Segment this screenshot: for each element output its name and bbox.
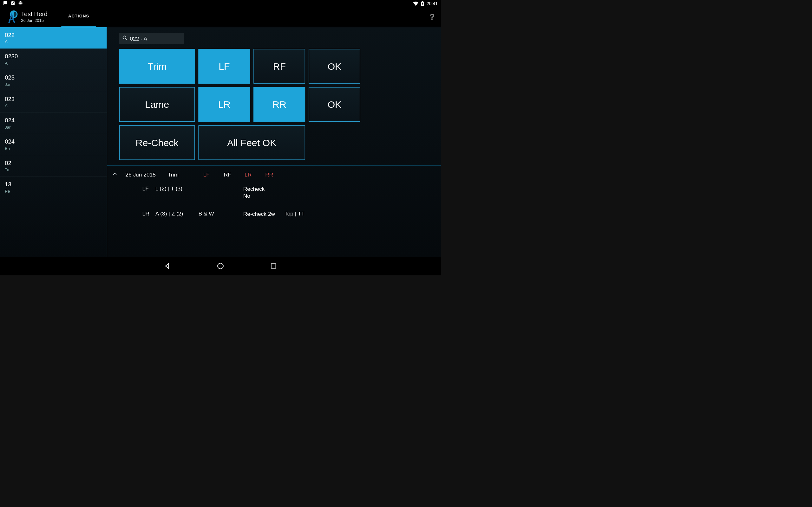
rr-button-label: RR <box>272 99 287 110</box>
lame-button-label: Lame <box>145 99 169 110</box>
clipboard-icon <box>11 1 15 6</box>
sidebar-item-023-jar[interactable]: 023 Jar <box>0 70 107 91</box>
trim-button[interactable]: Trim <box>119 49 195 83</box>
svg-rect-1 <box>9 19 14 20</box>
tab-actions[interactable]: ACTIONS <box>61 7 96 27</box>
action-bar: Test Herd 26 Jun 2015 ACTIONS ? <box>0 7 441 27</box>
lf-button-label: LF <box>218 60 230 72</box>
history-row-detail: A (3) | Z (2) <box>155 211 199 217</box>
sidebar-item-sub: A <box>5 39 102 44</box>
sidebar[interactable]: 022 A 0230 A 023 Jar 023 A 024 Jar 024 B… <box>0 27 107 257</box>
home-button[interactable] <box>216 262 224 270</box>
sidebar-item-02-to[interactable]: 02 To <box>0 155 107 176</box>
svg-rect-5 <box>271 264 275 268</box>
history-header[interactable]: 26 Jun 2015 Trim LF RF LR RR <box>107 170 441 181</box>
trim-button-label: Trim <box>148 60 166 72</box>
search-icon <box>122 35 128 42</box>
history-panel: 26 Jun 2015 Trim LF RF LR RR LF L (2) | … <box>107 165 441 257</box>
history-row-foot: LF <box>142 185 155 192</box>
sidebar-item-sub: Jar <box>5 82 102 87</box>
sidebar-item-id: 022 <box>5 32 102 38</box>
history-row-detail: L (2) | T (3) <box>155 185 199 192</box>
ok-rear-button-label: OK <box>327 99 341 110</box>
history-foot-lr: LR <box>245 171 257 178</box>
sidebar-item-id: 024 <box>5 138 102 145</box>
sidebar-item-13-pe[interactable]: 13 Pe <box>0 176 107 198</box>
sidebar-item-id: 024 <box>5 117 102 124</box>
sidebar-item-sub: Pe <box>5 189 102 193</box>
history-row-recheck: Re-check 2w <box>243 211 285 218</box>
status-right: 20:41 <box>413 1 438 6</box>
content: 022 - A Trim LF RF OK Lame LR RR OK Re-C… <box>107 27 441 257</box>
all-feet-ok-button-label: All Feet OK <box>227 137 276 148</box>
svg-line-3 <box>125 38 127 40</box>
android-navbar <box>0 257 441 275</box>
lf-button[interactable]: LF <box>199 49 250 83</box>
sidebar-item-sub: Bri <box>5 146 102 151</box>
history-row-recheck-line1: Re-check 2w <box>243 211 275 217</box>
title-block[interactable]: Test Herd 26 Jun 2015 <box>21 10 48 23</box>
sidebar-item-id: 023 <box>5 74 102 81</box>
history-row-recheck-line2: No <box>243 193 250 199</box>
rf-button[interactable]: RF <box>253 49 305 83</box>
page-title: Test Herd <box>21 10 48 18</box>
help-button[interactable]: ? <box>430 12 435 21</box>
app-logo-icon[interactable] <box>5 10 18 23</box>
sidebar-item-sub: To <box>5 167 102 172</box>
android-icon <box>18 1 23 6</box>
sidebar-item-sub: A <box>5 103 102 108</box>
recheck-button[interactable]: Re-Check <box>119 125 195 160</box>
sidebar-item-022[interactable]: 022 A <box>0 27 107 49</box>
sidebar-item-id: 02 <box>5 160 102 166</box>
status-time: 20:41 <box>426 1 438 6</box>
tab-actions-label: ACTIONS <box>68 14 89 18</box>
wifi-icon <box>413 1 418 6</box>
history-date: 26 Jun 2015 <box>125 171 160 178</box>
recheck-button-label: Re-Check <box>136 137 179 148</box>
lame-button[interactable]: Lame <box>119 87 195 122</box>
sidebar-item-id: 0230 <box>5 53 102 60</box>
lr-button-label: LR <box>218 99 231 110</box>
sidebar-item-id: 023 <box>5 96 102 102</box>
sidebar-item-0230[interactable]: 0230 A <box>0 49 107 70</box>
history-row[interactable]: LR A (3) | Z (2) B & W Re-check 2w Top |… <box>107 204 441 222</box>
sidebar-item-023-a[interactable]: 023 A <box>0 91 107 112</box>
chevron-up-icon[interactable] <box>112 172 117 177</box>
help-icon: ? <box>430 12 435 21</box>
action-button-grid: Trim LF RF OK Lame LR RR OK Re-Check All… <box>119 49 441 160</box>
lr-button[interactable]: LR <box>199 87 250 122</box>
ok-front-button[interactable]: OK <box>309 49 360 83</box>
svg-point-4 <box>217 263 223 269</box>
svg-point-2 <box>123 36 126 39</box>
sidebar-item-sub: Jar <box>5 125 102 130</box>
back-button[interactable] <box>163 262 171 270</box>
message-icon <box>3 1 8 6</box>
history-row-treatment: Top | TT <box>285 211 326 217</box>
history-row-recheck-line1: Recheck <box>243 186 265 192</box>
ok-front-button-label: OK <box>327 60 341 72</box>
history-action: Trim <box>168 171 195 178</box>
status-bar: 20:41 <box>0 1 441 6</box>
sidebar-item-024-bri[interactable]: 024 Bri <box>0 134 107 155</box>
main: 022 A 0230 A 023 Jar 023 A 024 Jar 024 B… <box>0 27 441 257</box>
sidebar-item-id: 13 <box>5 181 102 187</box>
all-feet-ok-button[interactable]: All Feet OK <box>199 125 305 160</box>
history-foot-lf: LF <box>203 171 216 178</box>
history-foot-rf: RF <box>224 171 237 178</box>
page-subtitle: 26 Jun 2015 <box>21 18 48 23</box>
rr-button[interactable]: RR <box>253 87 305 122</box>
sidebar-item-024-jar[interactable]: 024 Jar <box>0 112 107 134</box>
rf-button-label: RF <box>273 60 286 72</box>
sidebar-item-sub: A <box>5 61 102 66</box>
history-row-foot: LR <box>142 211 155 217</box>
ok-rear-button[interactable]: OK <box>309 87 360 122</box>
battery-charging-icon <box>420 1 424 6</box>
history-row-extra: B & W <box>199 211 243 217</box>
recent-apps-button[interactable] <box>269 262 277 270</box>
search-text: 022 - A <box>130 36 147 42</box>
history-row-recheck: Recheck No <box>243 185 285 200</box>
status-left <box>3 1 23 6</box>
history-row[interactable]: LF L (2) | T (3) Recheck No <box>107 181 441 204</box>
history-foot-rr: RR <box>265 171 278 178</box>
search-input[interactable]: 022 - A <box>119 33 184 44</box>
